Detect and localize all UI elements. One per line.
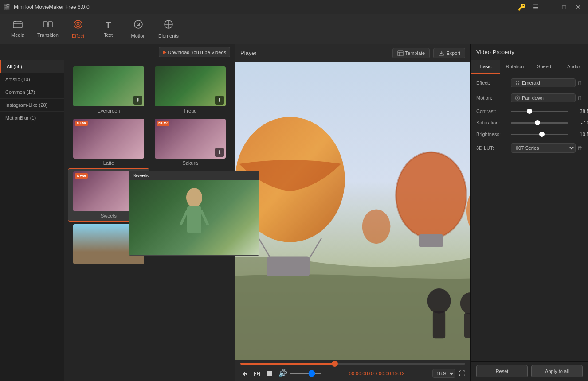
titlebar-left: 🎬 MiniTool MovieMaker Free 6.0.0 <box>4 4 90 10</box>
svg-rect-2 <box>20 21 21 22</box>
toolbar-motion-label: Motion <box>131 33 145 39</box>
fullscreen-button[interactable]: ⛶ <box>459 370 465 377</box>
saturation-slider[interactable] <box>511 122 568 124</box>
download-icon[interactable]: ⬇ <box>215 96 224 105</box>
titlebar-controls: 🔑 ☰ — □ ✕ <box>515 1 584 13</box>
aspect-ratio-select[interactable]: 16:9 4:3 1:1 9:16 <box>432 369 455 378</box>
left-panel: ▶ Download YouTube Videos All (56) Artis… <box>0 44 235 381</box>
effect-freud[interactable]: ⬇ Freud <box>149 64 231 116</box>
property-tabs: Basic Rotation Speed Audio <box>471 60 588 74</box>
saturation-value: -7.0 <box>571 120 588 125</box>
right-panel: Video Property Basic Rotation Speed Audi… <box>470 44 588 381</box>
svg-rect-15 <box>187 206 201 233</box>
tooltip-image <box>129 180 259 255</box>
export-button[interactable]: Export <box>433 48 465 58</box>
center-panel: Player Template Export <box>235 44 470 381</box>
maximize-button[interactable]: □ <box>558 1 570 13</box>
toolbar-motion[interactable]: Motion <box>124 16 153 43</box>
close-button[interactable]: ✕ <box>572 1 584 13</box>
saturation-label: Saturation: <box>476 120 508 125</box>
youtube-icon: ▶ <box>163 49 166 55</box>
stop-button[interactable]: ⏹ <box>265 369 274 378</box>
svg-rect-0 <box>13 22 22 28</box>
new-badge: NEW <box>75 121 88 126</box>
motion-row: Motion: Pan down 🗑 <box>476 93 583 102</box>
tab-rotation[interactable]: Rotation <box>500 60 529 74</box>
motion-value: Pan down <box>522 95 544 101</box>
category-artistic[interactable]: Artistic (10) <box>0 73 64 86</box>
brightness-slider[interactable] <box>511 134 568 135</box>
brightness-slider-container: 10.5 <box>511 132 588 137</box>
menu-icon[interactable]: ☰ <box>529 1 542 13</box>
download-icon[interactable]: ⬇ <box>215 148 224 157</box>
minimize-button[interactable]: — <box>544 1 556 13</box>
svg-rect-25 <box>267 257 310 276</box>
contrast-label: Contrast: <box>476 109 508 114</box>
toolbar-elements[interactable]: Elements <box>154 16 183 43</box>
tab-audio[interactable]: Audio <box>559 60 588 74</box>
svg-point-33 <box>362 209 391 244</box>
progress-thumb[interactable] <box>332 361 338 367</box>
motion-chip[interactable]: Pan down <box>511 93 576 102</box>
category-all[interactable]: All (56) <box>0 60 64 73</box>
lut-row: 3D LUT: 007 Series Vintage Summer 🗑 <box>476 143 583 153</box>
effect-sakura[interactable]: NEW ⬇ Sakura <box>149 116 231 168</box>
toolbar-media[interactable]: Media <box>4 16 32 43</box>
svg-rect-3 <box>43 22 47 27</box>
effect-row: Effect: Emerald 🗑 <box>476 78 583 87</box>
category-common[interactable]: Common (17) <box>0 86 64 99</box>
brightness-label: Brightness: <box>476 132 508 137</box>
volume-slider[interactable] <box>290 373 321 374</box>
brightness-row: Brightness: 10.5 <box>476 132 583 137</box>
titlebar: 🎬 MiniTool MovieMaker Free 6.0.0 🔑 ☰ — □… <box>0 0 588 14</box>
effect-latte-label: Latte <box>103 160 114 166</box>
svg-rect-18 <box>398 51 403 56</box>
motion-delete-icon[interactable]: 🗑 <box>577 95 583 101</box>
effect-chip[interactable]: Emerald <box>511 78 576 87</box>
new-badge: NEW <box>157 121 169 126</box>
template-button[interactable]: Template <box>392 48 430 58</box>
skip-forward-button[interactable]: ⏭ <box>253 369 262 378</box>
tab-speed[interactable]: Speed <box>529 60 559 74</box>
reset-button[interactable]: Reset <box>476 365 528 377</box>
skip-back-button[interactable]: ⏮ <box>240 369 249 378</box>
category-list: All (56) Artistic (10) Common (17) Insta… <box>0 60 64 381</box>
lut-select[interactable]: 007 Series Vintage Summer <box>511 143 576 153</box>
category-motionblur[interactable]: MotionBlur (1) <box>0 112 64 124</box>
effect-delete-icon[interactable]: 🗑 <box>577 80 583 86</box>
tab-basic[interactable]: Basic <box>471 60 500 74</box>
contrast-slider-container: -38.5 <box>511 109 588 114</box>
toolbar-effect[interactable]: Effect <box>64 16 92 43</box>
apply-all-button[interactable]: Apply to all <box>531 365 583 377</box>
lut-delete-icon[interactable]: 🗑 <box>577 145 583 151</box>
contrast-value: -38.5 <box>571 109 588 114</box>
lut-label: 3D LUT: <box>476 145 508 151</box>
svg-line-16 <box>181 211 187 224</box>
controls-row: ⏮ ⏭ ⏹ 🔊 00:00:08.07 / 00:00:19:12 16:9 4… <box>240 368 465 378</box>
effect-latte[interactable]: NEW Latte <box>68 116 149 168</box>
property-actions: Reset Apply to all <box>471 361 588 381</box>
effect-evergreen-thumb: ⬇ <box>73 66 144 106</box>
volume-button[interactable]: 🔊 <box>278 368 288 378</box>
player-actions: Template Export <box>392 48 465 58</box>
contrast-slider[interactable] <box>511 111 568 112</box>
key-icon[interactable]: 🔑 <box>515 1 528 13</box>
category-instagram[interactable]: Instagram-Like (28) <box>0 99 64 112</box>
yt-download-button[interactable]: ▶ Download YouTube Videos <box>159 47 231 57</box>
right-panel-header: Video Property <box>471 44 588 60</box>
effect-latte-thumb: NEW <box>73 119 144 159</box>
toolbar-text[interactable]: T Text <box>94 16 122 43</box>
brightness-value: 10.5 <box>571 132 588 137</box>
effects-header: ▶ Download YouTube Videos <box>0 44 235 60</box>
toolbar-elements-label: Elements <box>158 33 179 39</box>
download-icon[interactable]: ⬇ <box>133 96 142 105</box>
progress-bar[interactable] <box>240 363 465 365</box>
toolbar: Media Transition Effect T Text Motion El… <box>0 14 588 44</box>
svg-point-40 <box>517 97 518 99</box>
yt-label: Download YouTube Videos <box>168 50 227 55</box>
new-badge: NEW <box>75 173 88 179</box>
toolbar-transition[interactable]: Transition <box>34 16 62 43</box>
player-video <box>235 62 470 360</box>
player-controls: ⏮ ⏭ ⏹ 🔊 00:00:08.07 / 00:00:19:12 16:9 4… <box>235 360 470 381</box>
effect-evergreen[interactable]: ⬇ Evergreen <box>68 64 149 116</box>
